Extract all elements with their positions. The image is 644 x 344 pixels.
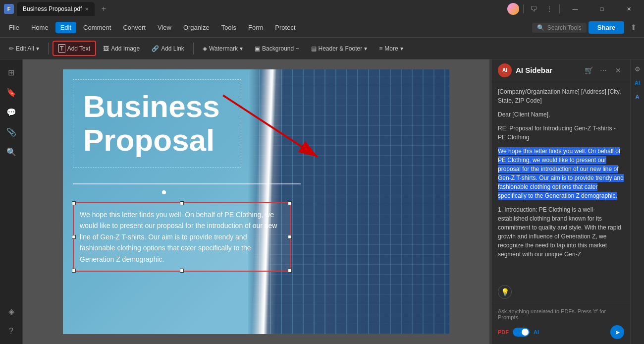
ai-avatar: AI xyxy=(498,63,512,77)
canvas-area[interactable]: Business Proposal We hope this letter fi… xyxy=(23,59,489,344)
ai-highlighted-text[interactable]: We hope this letter finds you well. On b… xyxy=(498,147,624,200)
ai-address: [Company/Organization Name] [Address] [C… xyxy=(498,87,624,105)
building-area xyxy=(248,69,449,334)
menu-edit[interactable]: Edit xyxy=(55,22,76,33)
ai-sidebar-header: AI AI Sidebar 🛒 ⋯ ✕ xyxy=(492,59,630,81)
active-tab[interactable]: Business Proposal.pdf ✕ xyxy=(17,2,95,16)
header-footer-button[interactable]: ▤ Header & Footer ▾ xyxy=(306,43,373,55)
ai-toggle-row: PDF AI ➤ xyxy=(498,325,624,339)
search-placeholder: Search Tools xyxy=(547,24,582,31)
translate-icon[interactable]: A xyxy=(632,91,643,102)
handle-ml[interactable] xyxy=(72,235,76,239)
more-button[interactable]: ≡ More ▾ xyxy=(374,43,408,55)
handle-bm[interactable] xyxy=(180,269,184,273)
ai-header-icons: 🛒 ⋯ ✕ xyxy=(583,64,624,76)
more-icon: ≡ xyxy=(379,45,382,52)
sidebar-layers-icon[interactable]: ◈ xyxy=(2,302,20,320)
handle-tr[interactable] xyxy=(288,201,292,205)
text-box[interactable]: We hope this letter finds you well. On b… xyxy=(73,202,291,272)
edit-all-button[interactable]: ✏ Edit All ▾ xyxy=(4,43,44,55)
title-bar: F Business Proposal.pdf ✕ + 🗨 ⋮ — □ ✕ xyxy=(0,0,644,18)
watermark-button[interactable]: ◈ Watermark ▾ xyxy=(198,43,248,55)
watermark-dropdown: ▾ xyxy=(240,45,243,52)
notifications-icon[interactable]: 🗨 xyxy=(528,3,539,15)
new-tab-button[interactable]: + xyxy=(98,3,109,15)
pdf-title-line2: Proposal xyxy=(83,123,215,157)
image-icon: 🖼 xyxy=(103,45,109,52)
send-icon: ➤ xyxy=(615,329,620,336)
search-tools[interactable]: 🔍 Search Tools xyxy=(532,23,587,33)
menu-form[interactable]: Form xyxy=(243,22,268,33)
more-dropdown: ▾ xyxy=(400,45,403,52)
separator2 xyxy=(559,4,560,13)
dropdown-icon: ▾ xyxy=(36,45,39,52)
lightbulb-area: 💡 xyxy=(492,281,630,303)
handle-br[interactable] xyxy=(288,269,292,273)
more-options-icon[interactable]: ⋮ xyxy=(543,3,555,15)
ai-highlight-span: We hope this letter finds you well. On b… xyxy=(498,147,624,200)
minimize-button[interactable]: — xyxy=(564,0,587,18)
close-button[interactable]: ✕ xyxy=(617,0,640,18)
ai-greeting: Dear [Client Name], xyxy=(498,110,624,119)
ai-close-icon[interactable]: ✕ xyxy=(612,64,624,76)
add-link-button[interactable]: 🔗 Add Link xyxy=(147,43,189,55)
app-icon: F xyxy=(4,4,14,14)
menu-tools-right: 🔍 Search Tools Share ⬆ xyxy=(532,21,640,35)
pdf-body-text: We hope this letter finds you well. On b… xyxy=(80,209,284,265)
ai-more-icon[interactable]: ⋯ xyxy=(597,64,609,76)
divider-line xyxy=(73,183,301,184)
watermark-label: Watermark xyxy=(209,45,238,52)
ai-input-hint[interactable]: Ask anything unrelated to PDFs. Press '#… xyxy=(498,308,624,320)
handle-tl[interactable] xyxy=(72,201,76,205)
tab-close-button[interactable]: ✕ xyxy=(85,6,89,12)
separator xyxy=(523,4,524,13)
background-button[interactable]: ▣ Background ~ xyxy=(250,43,304,55)
pdf-toggle[interactable] xyxy=(513,328,530,337)
add-image-button[interactable]: 🖼 Add Image xyxy=(98,43,145,55)
share-button[interactable]: Share xyxy=(589,21,624,34)
pdf-title: Business Proposal xyxy=(83,90,231,157)
sidebar-bookmarks-icon[interactable]: 🔖 xyxy=(2,83,20,101)
menu-view[interactable]: View xyxy=(153,22,176,33)
handle-bl[interactable] xyxy=(72,269,76,273)
toolbar-sep2 xyxy=(193,43,194,55)
menu-protect[interactable]: Protect xyxy=(270,22,300,33)
menu-home[interactable]: Home xyxy=(26,22,54,33)
ai-sidebar-title: AI Sidebar xyxy=(516,66,579,74)
tab-area: F Business Proposal.pdf ✕ + xyxy=(4,2,503,16)
lightbulb-icon[interactable]: 💡 xyxy=(498,285,512,299)
menu-bar: File Home Edit Comment Convert View Orga… xyxy=(0,18,644,38)
edit-icon: ✏ xyxy=(9,45,14,52)
upload-button[interactable]: ⬆ xyxy=(626,21,640,35)
more-label: More xyxy=(384,45,398,52)
header-footer-dropdown: ▾ xyxy=(364,45,367,52)
add-link-label: Add Link xyxy=(161,45,184,52)
text-icon: T xyxy=(58,44,65,53)
left-sidebar: ⊞ 🔖 💬 📎 🔍 ◈ ? xyxy=(0,59,23,344)
ai-right-icon[interactable]: AI xyxy=(632,77,643,88)
settings-icon[interactable]: ⚙ xyxy=(632,63,643,74)
handle-mr[interactable] xyxy=(288,235,292,239)
add-text-button[interactable]: T Add Text xyxy=(53,41,96,56)
handle-tm[interactable] xyxy=(180,201,184,205)
sidebar-help-icon[interactable]: ? xyxy=(2,322,20,340)
menu-convert[interactable]: Convert xyxy=(118,22,151,33)
sidebar-comments-icon[interactable]: 💬 xyxy=(2,103,20,121)
menu-tools[interactable]: Tools xyxy=(216,22,241,33)
ai-cart-icon[interactable]: 🛒 xyxy=(583,64,594,76)
ai-sidebar-footer: Ask anything unrelated to PDFs. Press '#… xyxy=(492,303,630,344)
sidebar-search-icon[interactable]: 🔍 xyxy=(2,143,20,161)
pdf-page: Business Proposal We hope this letter fi… xyxy=(63,69,449,334)
add-text-label: Add Text xyxy=(67,45,90,52)
user-avatar[interactable] xyxy=(507,3,519,15)
maximize-button[interactable]: □ xyxy=(590,0,613,18)
send-button[interactable]: ➤ xyxy=(610,325,624,339)
menu-organize[interactable]: Organize xyxy=(178,22,215,33)
menu-file[interactable]: File xyxy=(4,22,24,33)
pdf-title-box: Business Proposal xyxy=(73,79,241,168)
sidebar-pages-icon[interactable]: ⊞ xyxy=(2,63,20,81)
divider-dot xyxy=(162,190,166,194)
sidebar-attachments-icon[interactable]: 📎 xyxy=(2,123,20,141)
menu-comment[interactable]: Comment xyxy=(78,22,116,33)
add-image-label: Add Image xyxy=(111,45,140,52)
